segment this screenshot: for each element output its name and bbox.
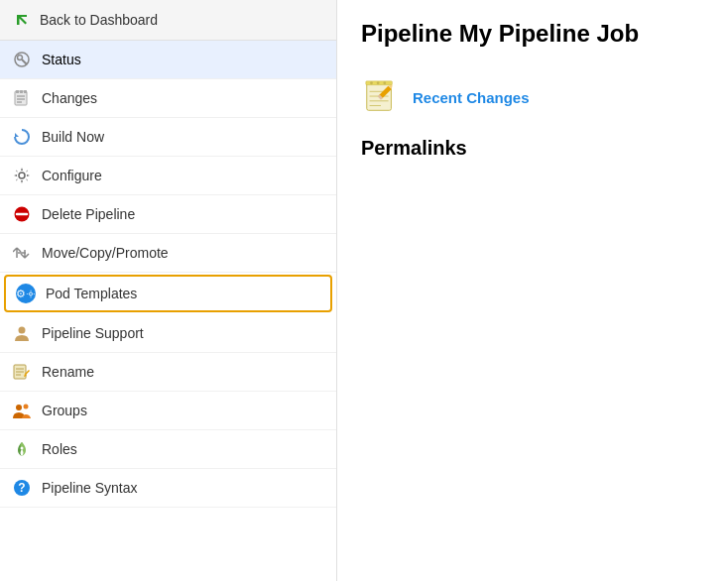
sidebar-item-move-label: Move/Copy/Promote [42, 245, 169, 261]
svg-point-23 [21, 447, 24, 450]
svg-point-29 [377, 81, 380, 84]
svg-marker-0 [17, 15, 27, 25]
sidebar-item-rename-label: Rename [42, 364, 94, 380]
roles-icon [12, 439, 32, 459]
notebook-icon [361, 77, 401, 117]
rename-icon [12, 362, 32, 382]
svg-point-28 [370, 81, 373, 84]
svg-rect-6 [20, 90, 23, 93]
sidebar-item-build-now-label: Build Now [42, 129, 104, 145]
sidebar-item-move[interactable]: Move/Copy/Promote [0, 234, 336, 273]
sidebar-item-status[interactable]: Status [0, 41, 336, 79]
sidebar-item-pipeline-support[interactable]: Pipeline Support [0, 314, 336, 353]
sidebar-item-pipeline-support-label: Pipeline Support [42, 325, 144, 341]
sidebar-item-changes[interactable]: Changes [0, 79, 336, 118]
configure-icon [12, 166, 32, 185]
svg-point-15 [29, 291, 32, 294]
sidebar: Back to Dashboard Status [0, 0, 337, 581]
sidebar-item-changes-label: Changes [42, 90, 97, 106]
svg-rect-7 [24, 90, 27, 93]
svg-rect-5 [16, 90, 19, 93]
sidebar-item-roles[interactable]: Roles [0, 430, 336, 469]
svg-text:?: ? [18, 481, 25, 495]
sidebar-item-status-label: Status [42, 52, 81, 67]
svg-rect-4 [15, 91, 27, 105]
sidebar-item-pipeline-syntax-label: Pipeline Syntax [42, 480, 138, 496]
pipeline-support-icon [12, 323, 32, 343]
sidebar-item-pod-templates[interactable]: Pod Templates [4, 275, 332, 312]
recent-changes-block: Recent Changes [361, 77, 704, 117]
sidebar-item-build-now[interactable]: Build Now [0, 118, 336, 157]
page-title: Pipeline My Pipeline Job [361, 20, 704, 48]
status-icon [12, 50, 32, 69]
recent-changes-link[interactable]: Recent Changes [413, 89, 530, 106]
svg-point-22 [24, 405, 29, 409]
delete-icon [12, 204, 32, 224]
sidebar-item-rename[interactable]: Rename [0, 353, 336, 392]
svg-marker-11 [15, 133, 19, 137]
svg-line-3 [22, 59, 27, 64]
svg-point-30 [383, 81, 386, 84]
sidebar-item-pod-templates-label: Pod Templates [46, 286, 137, 301]
svg-point-2 [18, 56, 23, 60]
permalinks-title: Permalinks [361, 137, 704, 160]
sidebar-item-configure-label: Configure [42, 168, 102, 183]
svg-point-12 [19, 173, 25, 178]
svg-point-16 [19, 327, 26, 334]
sidebar-item-delete[interactable]: Delete Pipeline [0, 195, 336, 234]
move-icon [12, 243, 32, 263]
svg-point-21 [16, 405, 22, 410]
sidebar-item-roles-label: Roles [42, 441, 77, 457]
sidebar-item-configure[interactable]: Configure [0, 157, 336, 195]
pipeline-syntax-icon: ? [12, 478, 32, 498]
pod-icon [16, 284, 36, 303]
sidebar-item-groups[interactable]: Groups [0, 392, 336, 430]
nav-menu: Status Changes [0, 41, 336, 508]
back-to-dashboard-label: Back to Dashboard [40, 12, 158, 28]
arrow-up-icon [12, 10, 32, 30]
build-now-icon [12, 127, 32, 147]
back-to-dashboard-link[interactable]: Back to Dashboard [0, 0, 336, 41]
groups-icon [12, 401, 32, 420]
sidebar-item-groups-label: Groups [42, 403, 87, 418]
sidebar-item-delete-label: Delete Pipeline [42, 206, 135, 222]
main-content: Pipeline My Pipeline Job [337, 0, 728, 581]
changes-icon [12, 88, 32, 108]
sidebar-item-pipeline-syntax[interactable]: ? Pipeline Syntax [0, 469, 336, 508]
